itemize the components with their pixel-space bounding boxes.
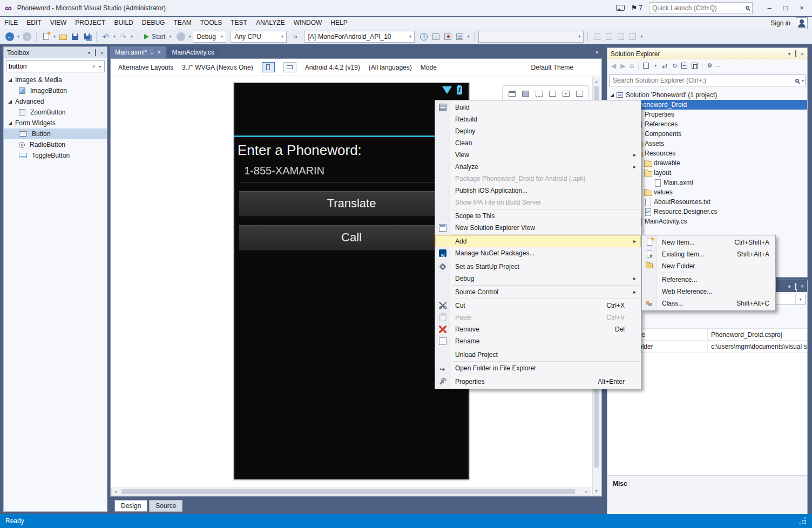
maximize-button[interactable]: □ bbox=[777, 1, 794, 15]
toolbox-item-togglebutton[interactable]: ToggleButton bbox=[4, 150, 107, 161]
menu-help[interactable]: HELP bbox=[326, 17, 351, 29]
sign-in-link[interactable]: Sign in bbox=[770, 19, 790, 27]
device-monitor-button[interactable] bbox=[442, 31, 453, 43]
menu-tools[interactable]: TOOLS bbox=[196, 17, 226, 29]
menu-file[interactable]: FILE bbox=[0, 17, 22, 29]
menu-window[interactable]: WINDOW bbox=[289, 17, 327, 29]
submenu-item-reference[interactable]: Reference... bbox=[642, 274, 775, 286]
quick-launch-box[interactable] bbox=[649, 2, 753, 14]
start-debug-button[interactable]: Start ▾ bbox=[142, 31, 174, 43]
home-icon[interactable]: ⌂ bbox=[630, 62, 634, 70]
tab-mainactivity-cs[interactable]: MainActivity.cs bbox=[167, 46, 219, 58]
scope-icon[interactable] bbox=[643, 63, 649, 69]
collapse-all-icon[interactable] bbox=[681, 63, 687, 69]
zoom-in-button[interactable] bbox=[560, 87, 572, 99]
context-menu-item-build[interactable]: Build bbox=[435, 101, 641, 113]
open-file-button[interactable] bbox=[58, 31, 69, 43]
tab-source[interactable]: Source bbox=[149, 500, 182, 512]
undo-button[interactable]: ↶ bbox=[100, 31, 111, 43]
menu-debug[interactable]: DEBUG bbox=[138, 17, 170, 29]
chevron-down-icon[interactable]: ▾ bbox=[788, 283, 791, 289]
submenu-item-class[interactable]: Class...Shift+Alt+C bbox=[642, 297, 775, 309]
context-menu-item-clean[interactable]: Clean bbox=[435, 137, 641, 149]
tab-main-axml[interactable]: Main.axml* × bbox=[110, 46, 166, 58]
call-button[interactable]: Call bbox=[239, 225, 464, 251]
toolbox-item-button[interactable]: Button bbox=[4, 128, 107, 139]
menu-project[interactable]: PROJECT bbox=[71, 17, 110, 29]
navigate-back-dropdown-icon[interactable]: ▾ bbox=[16, 34, 21, 39]
menu-test[interactable]: TEST bbox=[226, 17, 252, 29]
device-info-button[interactable] bbox=[418, 31, 429, 43]
context-menu-item-rebuild[interactable]: Rebuild bbox=[435, 113, 641, 125]
menu-build[interactable]: BUILD bbox=[110, 17, 137, 29]
user-avatar-icon[interactable] bbox=[796, 17, 808, 29]
context-menu-item-analyze[interactable]: Analyze bbox=[435, 161, 641, 173]
toolbox-item-zoombutton[interactable]: ZoomButton bbox=[4, 107, 107, 118]
context-menu-item-source-control[interactable]: Source Control bbox=[435, 286, 641, 298]
toolbox-item-radiobutton[interactable]: RadioButton bbox=[4, 139, 107, 150]
minimize-button[interactable]: – bbox=[761, 1, 777, 15]
run-target-dropdown-icon[interactable]: ▾ bbox=[187, 34, 192, 39]
feedback-icon[interactable] bbox=[616, 5, 625, 11]
menu-view[interactable]: VIEW bbox=[46, 17, 71, 29]
context-menu-item-cut[interactable]: CutCtrl+X bbox=[435, 300, 641, 312]
translate-button[interactable]: Translate bbox=[239, 191, 464, 216]
undo-dropdown-icon[interactable]: ▾ bbox=[112, 34, 117, 39]
close-icon[interactable]: × bbox=[801, 51, 804, 57]
toolbar-group-dropdown-icon[interactable]: ▾ bbox=[466, 34, 470, 39]
device-frame-select[interactable]: 3.7" WVGA (Nexus One) bbox=[182, 64, 253, 71]
attach-to-process-button[interactable]: » bbox=[290, 31, 301, 43]
platform-select[interactable]: Any CPU ▾ bbox=[231, 31, 287, 43]
solution-explorer-search-box[interactable]: ▾ bbox=[609, 75, 806, 86]
horizontal-scroll-thumb[interactable] bbox=[121, 489, 575, 494]
redo-button[interactable]: ↷ bbox=[118, 31, 128, 43]
pin-icon[interactable] bbox=[151, 50, 153, 54]
context-menu-item-add[interactable]: Add bbox=[435, 235, 641, 247]
toolbox-group-images-media[interactable]: Images & Media bbox=[4, 75, 107, 85]
designer-horizontal-scrollbar[interactable]: ◂ ▸ bbox=[111, 488, 591, 496]
menu-team[interactable]: TEAM bbox=[169, 17, 195, 29]
chevron-down-icon[interactable]: ▾ bbox=[801, 78, 805, 83]
redo-dropdown-icon[interactable]: ▾ bbox=[130, 34, 134, 39]
context-menu-item-scope-to-this[interactable]: Scope to This bbox=[435, 210, 641, 222]
context-menu-item-set-as-startup[interactable]: Set as StartUp Project bbox=[435, 261, 641, 273]
forward-icon[interactable]: ▶ bbox=[620, 62, 625, 70]
save-button[interactable] bbox=[70, 31, 80, 43]
solution-explorer-search-input[interactable] bbox=[610, 77, 795, 84]
close-icon[interactable]: × bbox=[100, 50, 104, 56]
submenu-item-new-folder[interactable]: New Folder bbox=[642, 260, 775, 272]
run-target-button[interactable] bbox=[175, 31, 186, 43]
toolbar-overflow-icon[interactable]: ▾ bbox=[639, 34, 644, 39]
context-menu-item-open-folder[interactable]: Open Folder in File Explorer bbox=[435, 362, 641, 374]
context-menu-item-new-solution-explorer-view[interactable]: New Solution Explorer View bbox=[435, 222, 641, 234]
context-menu-item-properties[interactable]: PropertiesAlt+Enter bbox=[435, 376, 641, 388]
close-button[interactable]: × bbox=[794, 1, 810, 15]
back-icon[interactable]: ◀ bbox=[611, 62, 616, 70]
language-select[interactable]: (All languages) bbox=[369, 64, 412, 71]
portrait-orientation-button[interactable] bbox=[262, 62, 275, 72]
toolbox-search-input[interactable] bbox=[9, 63, 90, 70]
tree-item-solution[interactable]: Solution 'Phoneword' (1 project) bbox=[607, 90, 807, 100]
android-version-select[interactable]: Android 4.4.2 (v19) bbox=[305, 64, 360, 71]
context-menu-item-publish-ios[interactable]: Publish iOS Application... bbox=[435, 185, 641, 197]
resize-grip-icon[interactable] bbox=[799, 517, 807, 525]
refresh-icon[interactable]: ↻ bbox=[672, 62, 677, 70]
show-all-files-icon[interactable] bbox=[692, 63, 698, 69]
configuration-select[interactable]: Debug ▾ bbox=[193, 31, 226, 43]
scroll-right-icon[interactable]: ▸ bbox=[583, 488, 591, 495]
zoom-out-button[interactable] bbox=[573, 87, 585, 99]
menu-analyze[interactable]: ANALYZE bbox=[252, 17, 289, 29]
context-menu-item-rename[interactable]: Rename bbox=[435, 335, 641, 347]
chevron-down-icon[interactable]: ▾ bbox=[88, 50, 91, 56]
context-menu-item-unload-project[interactable]: Unload Project bbox=[435, 349, 641, 361]
clear-search-icon[interactable]: × bbox=[90, 63, 98, 70]
close-icon[interactable]: × bbox=[801, 283, 804, 289]
tab-design[interactable]: Design bbox=[114, 500, 147, 512]
menu-edit[interactable]: EDIT bbox=[22, 17, 45, 29]
submenu-item-existing-item[interactable]: Existing Item...Shift+Alt+A bbox=[642, 248, 775, 260]
diagram-view-button[interactable] bbox=[506, 87, 518, 99]
phoneword-heading-textview[interactable]: Enter a Phoneword: bbox=[234, 137, 469, 159]
context-menu-item-manage-nuget[interactable]: Manage NuGet Packages... bbox=[435, 247, 641, 259]
toolbox-group-form-widgets[interactable]: Form Widgets bbox=[4, 118, 107, 128]
scroll-left-icon[interactable]: ◂ bbox=[112, 488, 120, 495]
